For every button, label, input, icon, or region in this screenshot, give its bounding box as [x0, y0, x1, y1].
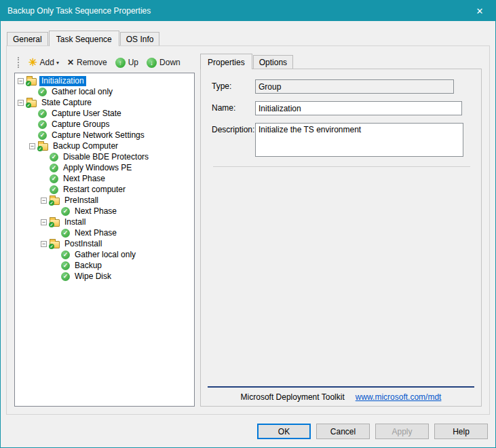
tree-item-label: Gather local only: [73, 250, 138, 260]
check-icon: ✓: [38, 131, 47, 140]
folder-icon: ✓: [38, 143, 48, 151]
folder-check-badge: ✓: [26, 81, 31, 86]
tree-item-label: Initialization: [39, 76, 86, 86]
tab-options[interactable]: Options: [253, 55, 293, 69]
tree-item-label: Next Phase: [73, 228, 119, 238]
tree-expander[interactable]: −: [18, 100, 24, 106]
tab-task-sequence[interactable]: Task Sequence: [49, 31, 119, 46]
tree-item-label: PostInstall: [62, 239, 104, 249]
name-field-row: Name:: [212, 101, 472, 115]
check-icon: ✓: [50, 153, 58, 162]
add-icon: ✳: [28, 58, 37, 67]
properties-pane: PropertiesOptions Type: Name: Descriptio…: [200, 54, 482, 407]
tree-expander[interactable]: −: [29, 143, 35, 149]
tab-general[interactable]: General: [7, 32, 48, 45]
description-label: Description:: [212, 123, 255, 157]
task-sequence-tab-page: ✳Add▾✕Remove↑Up↓Down −✓Initialization✓Ga…: [6, 45, 490, 415]
tree-item-label: Restart computer: [61, 185, 128, 195]
main-tab-strip: GeneralTask SequenceOS Info: [7, 31, 160, 46]
chevron-down-icon: ▾: [56, 60, 59, 66]
tree-item-label: Next Phase: [61, 174, 107, 184]
check-icon: ✓: [38, 120, 47, 129]
check-icon: ✓: [38, 88, 47, 96]
tree-item[interactable]: −✓PostInstall: [15, 238, 194, 249]
tree-expander[interactable]: −: [18, 78, 24, 84]
cancel-button[interactable]: Cancel: [316, 424, 370, 439]
folder-icon: ✓: [26, 78, 37, 86]
tree-item-label: Next Phase: [73, 206, 119, 217]
tree-expander[interactable]: −: [41, 219, 47, 225]
tree-item[interactable]: ✓Backup: [15, 260, 194, 271]
tree-item-label: Capture Network Settings: [50, 130, 147, 141]
check-icon: ✓: [61, 261, 70, 270]
help-button[interactable]: Help: [434, 424, 488, 439]
tree-item-label: Gather local only: [50, 87, 115, 97]
check-icon: ✓: [61, 207, 70, 216]
folder-check-badge: ✓: [37, 146, 43, 151]
tab-properties[interactable]: Properties: [200, 54, 252, 69]
tree-item-label: Backup Computer: [51, 141, 120, 151]
ok-button[interactable]: OK: [257, 424, 311, 439]
down-icon: ↓: [147, 58, 157, 68]
tree-item[interactable]: ✓Next Phase: [15, 206, 194, 217]
folder-check-badge: ✓: [26, 102, 31, 108]
folder-icon: ✓: [26, 100, 37, 107]
check-icon: ✓: [61, 272, 70, 281]
toolbar-down-button[interactable]: ↓Down: [142, 56, 185, 70]
tree-item[interactable]: ✓Capture Network Settings: [15, 130, 194, 141]
tree-item[interactable]: ✓Next Phase: [15, 173, 194, 184]
up-icon: ↑: [115, 58, 126, 68]
tree-expander[interactable]: −: [41, 241, 47, 247]
section-divider: [213, 166, 470, 167]
tree-expander[interactable]: −: [41, 198, 47, 204]
folder-icon: ✓: [50, 241, 60, 248]
close-icon: ✕: [476, 6, 484, 16]
tree-item[interactable]: −✓State Capture: [15, 97, 194, 108]
properties-form: Type: Name: Description: Initialize the …: [201, 69, 481, 167]
check-icon: ✓: [50, 174, 58, 183]
toolbar-remove-button[interactable]: ✕Remove: [63, 56, 111, 69]
tree-item[interactable]: ✓Capture User State: [15, 108, 194, 119]
toolbar-remove-label: Remove: [77, 58, 107, 67]
tree-item[interactable]: −✓Install: [15, 217, 194, 227]
check-icon: ✓: [50, 185, 58, 194]
apply-button[interactable]: Apply: [375, 424, 429, 439]
tree-item[interactable]: ✓Wipe Disk: [15, 271, 194, 282]
tab-os-info[interactable]: OS Info: [120, 32, 160, 45]
toolbar-up-button[interactable]: ↑Up: [111, 56, 142, 70]
name-input[interactable]: [255, 101, 462, 115]
task-sequence-tree: −✓Initialization✓Gather local only−✓Stat…: [14, 73, 195, 407]
tree-item[interactable]: ✓Capture Groups: [15, 119, 194, 130]
description-input[interactable]: Initialize the TS environment: [255, 123, 463, 157]
tree-item[interactable]: ✓Gather local only: [15, 249, 194, 260]
tree-item[interactable]: −✓Initialization: [15, 75, 194, 86]
tree-item[interactable]: −✓PreInstall: [15, 195, 194, 206]
tree-item[interactable]: −✓Backup Computer: [15, 141, 194, 151]
tree-item[interactable]: ✓Disable BDE Protectors: [15, 151, 194, 162]
folder-icon: ✓: [50, 198, 60, 205]
panel-tab-strip: PropertiesOptions: [200, 54, 482, 69]
properties-dialog: Backup Only Task Sequence Properties ✕ G…: [0, 0, 496, 448]
description-field-row: Description: Initialize the TS environme…: [212, 123, 472, 157]
toolbar-add-label: Add: [40, 58, 54, 67]
type-field[interactable]: [255, 79, 454, 94]
name-label: Name:: [212, 101, 255, 115]
folder-check-badge: ✓: [49, 200, 54, 206]
properties-tab-page: Type: Name: Description: Initialize the …: [200, 69, 482, 407]
toolbar-up-label: Up: [128, 58, 138, 67]
tree-item-label: Backup: [73, 261, 104, 271]
check-icon: ✓: [38, 109, 47, 118]
toolbar-add-button[interactable]: ✳Add▾: [24, 56, 63, 69]
tree-item[interactable]: ✓Apply Windows PE: [15, 162, 194, 173]
close-button[interactable]: ✕: [464, 1, 495, 21]
toolbar-gripper: [18, 57, 20, 68]
toolbar-down-label: Down: [159, 58, 180, 67]
mdt-link[interactable]: www.microsoft.com/mdt: [356, 392, 442, 402]
tree-item[interactable]: ✓Gather local only: [15, 86, 194, 97]
mdt-brand-text: Microsoft Deployment Toolkit: [241, 392, 345, 402]
tree-item[interactable]: ✓Next Phase: [15, 227, 194, 238]
tree-item[interactable]: ✓Restart computer: [15, 184, 194, 195]
tree-pane: ✳Add▾✕Remove↑Up↓Down −✓Initialization✓Ga…: [14, 54, 195, 407]
tree-item-label: Install: [62, 217, 88, 227]
check-icon: ✓: [50, 164, 58, 172]
